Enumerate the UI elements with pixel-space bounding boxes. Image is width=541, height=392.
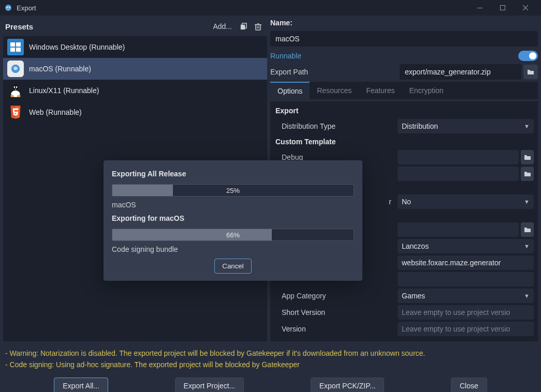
close-button[interactable] bbox=[514, 0, 537, 16]
svg-point-27 bbox=[10, 95, 13, 97]
window-title: Export bbox=[17, 4, 469, 12]
add-preset-button[interactable]: Add... bbox=[213, 22, 232, 31]
svg-point-25 bbox=[14, 86, 16, 88]
modal-sub-1: macOS bbox=[112, 201, 354, 209]
prop-file-browse-icon[interactable] bbox=[521, 222, 534, 237]
warnings-area: - Warning: Notarization is disabled. The… bbox=[0, 344, 541, 373]
close-dialog-button[interactable]: Close bbox=[451, 378, 487, 392]
prop-release-browse-icon[interactable] bbox=[521, 167, 534, 181]
warning-line: - Code signing: Using ad-hoc signature. … bbox=[5, 359, 536, 370]
preset-item-macos[interactable]: macOS (Runnable) bbox=[3, 58, 267, 80]
prop-lanczos-dropdown[interactable]: Lanczos▼ bbox=[398, 239, 534, 253]
tab-features[interactable]: Features bbox=[359, 82, 402, 99]
prop-release-input[interactable] bbox=[398, 167, 519, 181]
modal-sub-2: Code signing bundle bbox=[112, 245, 354, 253]
section-custom-template: Custom Template bbox=[270, 134, 538, 149]
prop-debug-browse-icon[interactable] bbox=[521, 150, 534, 164]
linux-icon bbox=[7, 82, 24, 99]
svg-point-20 bbox=[13, 67, 17, 70]
windows-icon bbox=[7, 39, 24, 55]
html5-icon bbox=[7, 104, 24, 120]
runnable-toggle[interactable] bbox=[518, 51, 538, 61]
prop-app-category-value[interactable]: Games▼ bbox=[398, 289, 534, 303]
svg-point-0 bbox=[5, 5, 11, 11]
name-input[interactable] bbox=[270, 31, 538, 47]
prop-short-version-label: Short Version bbox=[270, 308, 398, 316]
export-project-button[interactable]: Export Project... bbox=[175, 378, 244, 392]
prop-debug-input[interactable] bbox=[398, 150, 519, 164]
warning-line: - Warning: Notarization is disabled. The… bbox=[5, 348, 536, 359]
prop-version-input[interactable] bbox=[398, 322, 534, 336]
svg-rect-4 bbox=[501, 6, 505, 10]
runnable-label: Runnable bbox=[270, 52, 514, 60]
export-path-input[interactable] bbox=[400, 64, 521, 80]
preset-label: Windows Desktop (Runnable) bbox=[29, 43, 125, 51]
svg-rect-3 bbox=[477, 8, 482, 8]
titlebar: Export bbox=[0, 0, 541, 16]
preset-item-linux[interactable]: Linux/X11 (Runnable) bbox=[3, 80, 267, 101]
svg-rect-17 bbox=[10, 48, 15, 52]
prop-version-label: Version bbox=[270, 325, 398, 333]
prop-app-category-label: App Category bbox=[270, 292, 398, 300]
preset-item-web[interactable]: Web (Runnable) bbox=[3, 101, 267, 123]
prop-no-dropdown[interactable]: No▼ bbox=[398, 194, 534, 209]
svg-rect-7 bbox=[240, 24, 244, 29]
svg-point-1 bbox=[7, 7, 8, 8]
export-path-label: Export Path bbox=[270, 68, 398, 76]
svg-point-2 bbox=[9, 7, 10, 8]
export-path-browse-icon[interactable] bbox=[523, 65, 538, 79]
svg-point-28 bbox=[17, 95, 20, 97]
chevron-down-icon: ▼ bbox=[524, 293, 530, 299]
progress-bar-2: 66% bbox=[112, 229, 354, 241]
tab-resources[interactable]: Resources bbox=[310, 82, 359, 99]
name-label: Name: bbox=[270, 19, 538, 27]
modal-title-1: Exporting All Release bbox=[112, 170, 354, 178]
prop-empty-input[interactable] bbox=[398, 272, 534, 287]
tab-options[interactable]: Options bbox=[270, 82, 310, 99]
chevron-down-icon: ▼ bbox=[524, 199, 530, 205]
chevron-down-icon: ▼ bbox=[524, 243, 530, 249]
app-icon bbox=[4, 4, 12, 12]
macos-icon bbox=[7, 61, 24, 77]
tab-encryption[interactable]: Encryption bbox=[402, 82, 450, 99]
svg-point-26 bbox=[16, 86, 18, 88]
svg-point-22 bbox=[16, 68, 17, 69]
export-pck-button[interactable]: Export PCK/ZIP... bbox=[311, 378, 385, 392]
progress-bar-1: 25% bbox=[112, 184, 354, 197]
preset-item-windows[interactable]: Windows Desktop (Runnable) bbox=[3, 36, 267, 58]
copy-preset-icon[interactable] bbox=[236, 19, 251, 34]
svg-rect-15 bbox=[10, 42, 15, 47]
preset-label: Linux/X11 (Runnable) bbox=[29, 86, 99, 95]
svg-rect-16 bbox=[16, 42, 21, 47]
modal-title-2: Exporting for macOS bbox=[112, 214, 354, 222]
section-export: Export bbox=[270, 103, 538, 118]
minimize-button[interactable] bbox=[469, 0, 491, 16]
prop-bundle-id-input[interactable] bbox=[398, 255, 534, 270]
options-tabs: Options Resources Features Encryption bbox=[270, 82, 538, 99]
delete-preset-icon[interactable] bbox=[251, 19, 265, 34]
preset-label: Web (Runnable) bbox=[29, 108, 82, 116]
prop-short-version-input[interactable] bbox=[398, 305, 534, 320]
prop-distribution-type-label: Distribution Type bbox=[270, 122, 398, 130]
presets-title: Presets bbox=[5, 22, 213, 31]
cancel-export-button[interactable]: Cancel bbox=[214, 259, 252, 274]
svg-point-21 bbox=[14, 68, 16, 69]
svg-rect-18 bbox=[16, 48, 21, 52]
maximize-button[interactable] bbox=[491, 0, 514, 16]
prop-file-input[interactable] bbox=[398, 222, 519, 237]
prop-distribution-type-value[interactable]: Distribution▼ bbox=[398, 119, 534, 133]
chevron-down-icon: ▼ bbox=[524, 123, 530, 129]
export-progress-dialog: Exporting All Release 25% macOS Exportin… bbox=[104, 160, 362, 281]
preset-label: macOS (Runnable) bbox=[29, 65, 91, 73]
export-all-button[interactable]: Export All... bbox=[54, 378, 108, 392]
